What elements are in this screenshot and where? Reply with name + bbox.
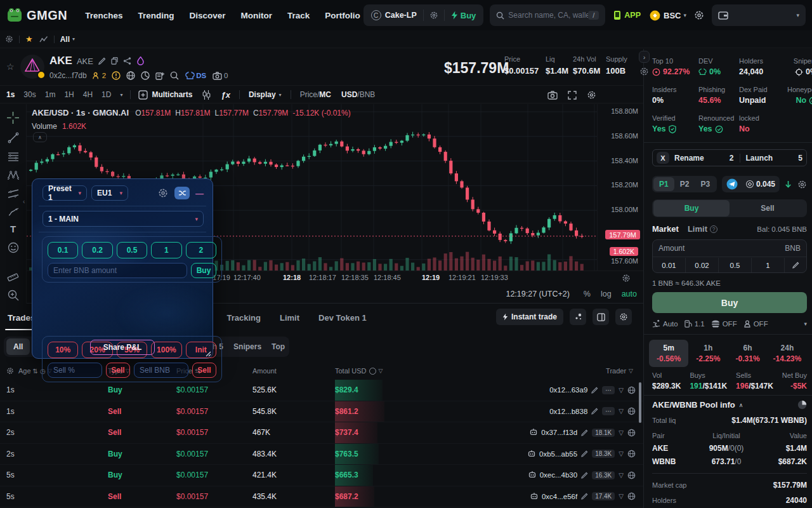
edit-pencil-icon[interactable] xyxy=(581,429,588,436)
trendline-tool-icon[interactable] xyxy=(8,132,19,144)
quick-buy-button[interactable]: Buy xyxy=(445,11,483,20)
nav-item-trending[interactable]: Trending xyxy=(138,11,174,20)
quick-0.01[interactable]: 0.01 xyxy=(653,258,686,273)
table-row[interactable]: 1s Buy $0.00157 525.6K $829.4 0x12...63a… xyxy=(0,380,643,401)
edit-pencil-icon[interactable] xyxy=(591,408,598,415)
nav-item-track[interactable]: Track xyxy=(287,11,310,20)
edit-pencil-icon[interactable] xyxy=(591,387,598,394)
tf-more-chevron-icon[interactable]: ▾ xyxy=(120,92,122,98)
pair-selector[interactable]: C Cake-LP xyxy=(365,10,423,20)
analytics-pie-icon[interactable] xyxy=(141,71,150,80)
explorer-globe-icon[interactable] xyxy=(627,471,636,479)
instant-trade-button[interactable]: Instant trade xyxy=(496,309,563,325)
quick-1[interactable]: 1 xyxy=(752,258,785,273)
filter-snipers[interactable]: Snipers xyxy=(233,342,261,351)
tx-settings-row[interactable]: Auto 1.1 OFF OFF ▾ xyxy=(652,319,807,328)
token-avatar[interactable] xyxy=(20,55,44,79)
display-menu[interactable]: Display xyxy=(249,90,276,99)
website-globe-icon[interactable] xyxy=(126,71,135,80)
nav-item-discover[interactable]: Discover xyxy=(190,11,226,20)
buy-amount-0.5[interactable]: 0.5 xyxy=(117,242,147,258)
usd-bnb-toggle[interactable]: USD/BNB xyxy=(341,90,375,99)
chevron-down-icon[interactable]: ▾ xyxy=(804,321,807,327)
minimize-button[interactable]: — xyxy=(195,189,204,198)
brush-tool-icon[interactable] xyxy=(8,207,19,217)
col-total[interactable]: Total USD▽ xyxy=(335,367,514,375)
panel-gear-icon[interactable] xyxy=(158,188,168,198)
explorer-globe-icon[interactable] xyxy=(627,450,636,458)
nav-item-monitor[interactable]: Monitor xyxy=(241,11,273,20)
rename-button[interactable]: Rename xyxy=(674,154,704,163)
trades-settings-button[interactable] xyxy=(615,309,632,325)
toolbar-collapse-chevron-icon[interactable]: ‹ xyxy=(23,198,25,205)
holders-people-icon[interactable] xyxy=(93,72,101,80)
sell-bnb-input[interactable] xyxy=(134,363,188,378)
trader-address[interactable]: 0x12...b838 xyxy=(549,408,587,415)
measure-ruler-tool-icon[interactable] xyxy=(7,271,19,281)
watchbar-settings-button[interactable] xyxy=(5,35,13,43)
trade-settings-gear-icon[interactable] xyxy=(797,180,807,189)
quick-0.5[interactable]: 0.5 xyxy=(719,258,752,273)
tf-1d[interactable]: 1D xyxy=(102,90,111,99)
buy-amount-2[interactable]: 2 xyxy=(186,242,216,258)
funnel-icon[interactable]: ▽ xyxy=(619,429,624,436)
chart-clock[interactable]: 12:19:27 (UTC+2) xyxy=(506,290,569,298)
copy-icon[interactable] xyxy=(111,57,118,65)
x-twitter-icon[interactable]: X xyxy=(657,152,669,164)
fib-lines-tool-icon[interactable] xyxy=(8,152,19,162)
tf-1m[interactable]: 1m xyxy=(45,90,56,99)
layout-toggle-button[interactable] xyxy=(593,309,609,325)
text-tool-icon[interactable]: T xyxy=(10,225,16,234)
wallet-menu[interactable]: ▾ xyxy=(712,4,806,26)
edit-pencil-icon[interactable] xyxy=(581,493,588,500)
filter-all[interactable]: All xyxy=(6,338,30,355)
trader-address[interactable]: 0xb5...ab55 xyxy=(539,450,577,458)
buy-bnb-amount-input[interactable] xyxy=(48,263,187,278)
wallet-group-select[interactable]: 1 - MAIN▾ xyxy=(43,211,204,227)
nav-item-portfolio[interactable]: Portfolio xyxy=(325,11,360,20)
tab-dev-token[interactable]: Dev Token 1 xyxy=(318,313,367,323)
share-nodes-icon[interactable] xyxy=(123,57,131,65)
brand[interactable]: GMGN xyxy=(6,7,67,23)
price-axis[interactable]: 158.80M 158.60M 158.40M 158.20M 158.00M … xyxy=(597,104,643,271)
search-bar[interactable]: Search name, CA, wallet / xyxy=(490,4,605,26)
multicharts-label[interactable]: Multicharts xyxy=(152,90,192,99)
gear-icon[interactable] xyxy=(6,367,14,375)
filter-top[interactable]: Top xyxy=(272,342,285,351)
timezone-gear-icon[interactable] xyxy=(622,274,631,283)
tf-1s[interactable]: 1s xyxy=(6,90,15,99)
trader-address[interactable]: 0x37...f13d xyxy=(541,429,577,436)
app-download[interactable]: APP xyxy=(613,10,641,20)
sell-pct-10[interactable]: 10% xyxy=(48,342,78,358)
share-pnl-button[interactable]: Share P&L xyxy=(90,340,155,355)
settings-button[interactable] xyxy=(694,10,704,20)
auto-scale-toggle[interactable]: auto xyxy=(622,290,637,298)
preset-p2[interactable]: P2 xyxy=(674,180,695,189)
indicator-collapse-button[interactable]: ∧ xyxy=(33,132,47,142)
order-type-limit[interactable]: Limit xyxy=(688,224,707,234)
pair-settings-button[interactable] xyxy=(424,11,444,20)
search-token-icon[interactable] xyxy=(170,71,179,80)
deposit-arrow-icon[interactable] xyxy=(784,180,792,189)
explorer-globe-icon[interactable] xyxy=(627,492,636,500)
camera-icon[interactable] xyxy=(213,72,222,80)
channel-tool-icon[interactable] xyxy=(8,189,19,199)
sell-percent-input[interactable] xyxy=(48,363,102,378)
tab-sell[interactable]: Sell xyxy=(730,200,806,217)
preset-dropdown[interactable]: Preset 1▾ xyxy=(43,185,87,201)
explorer-globe-icon[interactable] xyxy=(627,407,636,415)
explorer-globe-icon[interactable] xyxy=(627,386,636,394)
buy-cta-button[interactable]: Buy xyxy=(652,292,807,313)
chart-settings-gear-icon[interactable] xyxy=(587,90,596,100)
table-row[interactable]: 2s Sell $0.00157 467K $737.4 0x37...f13d… xyxy=(0,422,643,444)
col-amount[interactable]: Amount xyxy=(252,367,335,375)
dexscreener-label[interactable]: DS xyxy=(196,72,206,79)
sell-pct-100[interactable]: 100% xyxy=(151,342,181,358)
perf-5m[interactable]: 5m -0.56% xyxy=(649,340,688,367)
sidebar-gear-icon[interactable] xyxy=(639,67,649,76)
sell-init-button[interactable]: Init xyxy=(186,342,216,358)
buy-amount-0.1[interactable]: 0.1 xyxy=(48,242,78,258)
buy-amount-0.2[interactable]: 0.2 xyxy=(82,242,112,258)
nav-item-trenches[interactable]: Trenches xyxy=(85,11,122,20)
tf-4h[interactable]: 4H xyxy=(83,90,93,99)
